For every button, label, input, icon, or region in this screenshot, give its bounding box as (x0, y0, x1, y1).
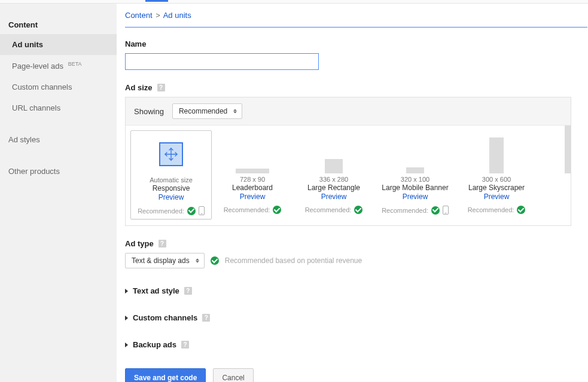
size-dimension: 320 x 100 (401, 176, 429, 183)
sidebar-item-url-channels[interactable]: URL channels (0, 97, 117, 118)
beta-badge: BETA (68, 61, 82, 67)
ad-type-note: Recommended based on potential revenue (225, 256, 362, 265)
breadcrumb-leaf[interactable]: Ad units (163, 11, 191, 20)
updown-icon (233, 109, 237, 114)
recommended-label: Recommended: (382, 207, 428, 214)
sidebar: Content Ad units Page-level ads BETA Cus… (0, 4, 117, 382)
mobile-icon (199, 206, 205, 215)
cancel-button[interactable]: Cancel (213, 368, 253, 382)
size-title: Leaderboard (232, 184, 273, 192)
help-icon[interactable]: ? (159, 240, 166, 247)
header-divider (125, 27, 587, 27)
size-thumb (377, 134, 453, 173)
size-rect-icon (236, 169, 269, 173)
ad-size-box: Showing Recommended (125, 97, 571, 226)
size-card-responsive[interactable]: Automatic size Responsive Preview Recomm… (130, 130, 212, 219)
showing-label: Showing (134, 107, 164, 116)
updown-icon (196, 259, 199, 263)
preview-link[interactable]: Preview (159, 193, 184, 201)
save-and-get-code-button[interactable]: Save and get code (125, 368, 206, 382)
name-input[interactable] (125, 53, 319, 70)
sidebar-item-label: Page-level ads (12, 62, 63, 71)
size-thumb (458, 134, 535, 173)
check-icon (431, 206, 440, 215)
sidebar-item-custom-channels[interactable]: Custom channels (0, 77, 117, 97)
help-icon[interactable]: ? (181, 341, 189, 349)
chevron-right-icon (125, 289, 128, 294)
sidebar-section-content: Content (0, 16, 117, 34)
sidebar-item-page-level-ads[interactable]: Page-level ads BETA (0, 55, 117, 77)
ad-size-header: Showing Recommended (126, 97, 571, 126)
ad-size-body: Automatic size Responsive Preview Recomm… (126, 126, 571, 225)
ad-type-label: Ad type ? (125, 239, 588, 248)
size-title: Responsive (153, 184, 190, 192)
expander-text-ad-style[interactable]: Text ad style ? (125, 286, 588, 295)
help-icon[interactable]: ? (202, 314, 210, 322)
sidebar-item-ad-styles[interactable]: Ad styles (0, 129, 117, 150)
sidebar-item-label: Custom channels (12, 82, 72, 91)
size-dimension: 728 x 90 (240, 176, 265, 183)
check-icon (211, 256, 219, 265)
name-label: Name (125, 39, 588, 48)
size-card-large-rectangle[interactable]: 336 x 280 Large Rectangle Preview Recomm… (293, 130, 374, 219)
breadcrumb-root[interactable]: Content (125, 11, 153, 20)
preview-link[interactable]: Preview (240, 192, 266, 201)
scrollbar[interactable] (565, 126, 571, 173)
expander-custom-channels[interactable]: Custom channels ? (125, 313, 588, 322)
expander-backup-ads[interactable]: Backup ads ? (125, 340, 588, 349)
ad-type-select[interactable]: Text & display ads (125, 253, 205, 268)
active-tab-marker (145, 0, 168, 2)
recommended-label: Recommended: (468, 206, 514, 213)
sidebar-item-label: URL channels (12, 103, 60, 112)
check-icon (354, 206, 362, 214)
recommended-label: Recommended: (138, 207, 184, 215)
responsive-icon (159, 142, 183, 166)
ad-type-value: Text & display ads (132, 256, 190, 265)
size-dimension: 300 x 600 (482, 176, 511, 183)
preview-link[interactable]: Preview (403, 192, 428, 201)
size-rect-icon (325, 159, 343, 173)
ad-size-filter-select[interactable]: Recommended (172, 103, 242, 119)
size-rect-icon (406, 167, 424, 173)
breadcrumb-separator: > (156, 11, 160, 20)
ad-type-label-text: Ad type (125, 239, 154, 248)
size-title: Large Skyscraper (468, 184, 525, 192)
ad-size-label-text: Ad size (125, 83, 153, 92)
help-icon[interactable]: ? (184, 287, 192, 295)
check-icon (187, 207, 196, 215)
size-card-leaderboard[interactable]: 728 x 90 Leaderboard Preview Recommended… (212, 130, 293, 219)
size-card-large-mobile-banner[interactable]: 320 x 100 Large Mobile Banner Preview Re… (374, 130, 456, 219)
recommended-label: Recommended: (224, 206, 270, 213)
ad-size-filter-value: Recommended (179, 107, 227, 115)
breadcrumb: Content > Ad units (125, 11, 588, 27)
size-title: Large Rectangle (307, 184, 360, 192)
size-thumb (295, 134, 372, 173)
preview-link[interactable]: Preview (484, 192, 510, 201)
recommended-label: Recommended: (305, 206, 352, 213)
size-card-large-skyscraper[interactable]: 300 x 600 Large Skyscraper Preview Recom… (456, 130, 537, 219)
main-content: Content > Ad units Name Ad size ? Showin… (117, 4, 588, 382)
help-icon[interactable]: ? (157, 84, 165, 91)
sidebar-item-ad-units[interactable]: Ad units (0, 34, 117, 55)
sidebar-item-other-products[interactable]: Other products (0, 161, 117, 182)
size-dimension: Automatic size (150, 176, 193, 184)
size-title: Large Mobile Banner (382, 184, 448, 192)
size-thumb (133, 135, 209, 174)
check-icon (273, 206, 281, 214)
sidebar-item-label: Ad units (12, 40, 43, 49)
ad-size-label: Ad size ? (125, 83, 588, 92)
mobile-icon (443, 206, 449, 215)
size-dimension: 336 x 280 (319, 176, 348, 183)
chevron-right-icon (125, 316, 128, 320)
size-rect-icon (489, 137, 504, 173)
preview-link[interactable]: Preview (321, 192, 347, 201)
name-label-text: Name (125, 39, 146, 48)
size-thumb (214, 134, 291, 173)
expander-label: Text ad style (133, 286, 179, 295)
expander-label: Custom channels (133, 313, 197, 322)
chevron-right-icon (125, 343, 128, 347)
expander-label: Backup ads (133, 340, 176, 349)
check-icon (517, 206, 525, 214)
